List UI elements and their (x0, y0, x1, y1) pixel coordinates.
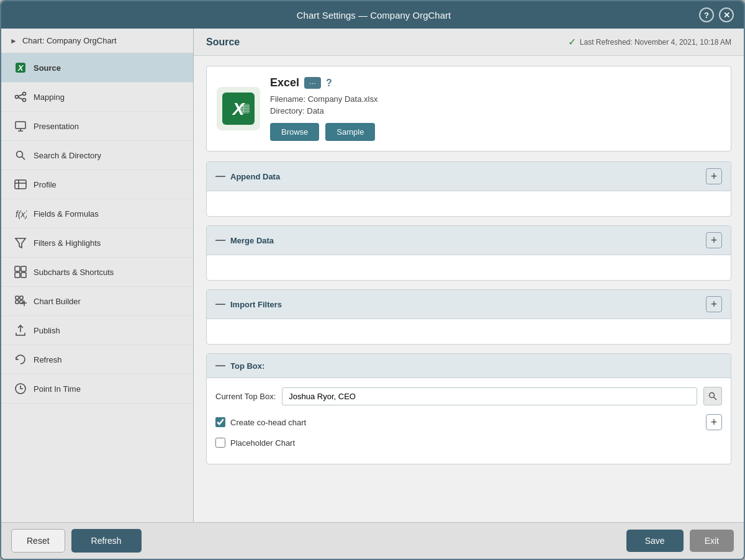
append-data-title: Append Data (230, 172, 701, 181)
current-top-box-row: Current Top Box: (215, 387, 722, 405)
close-button[interactable]: ✕ (719, 7, 734, 22)
current-top-box-label: Current Top Box: (215, 392, 276, 401)
sidebar-search-label: Search & Directory (34, 151, 101, 160)
source-filename: Filename: Company Data.xlsx (270, 94, 721, 104)
svg-text:f(x): f(x) (16, 209, 27, 219)
sidebar-item-filters-highlights[interactable]: Filters & Highlights (1, 228, 193, 258)
sidebar-item-refresh[interactable]: Refresh (1, 345, 193, 374)
create-cohead-label[interactable]: Create co-head chart (230, 418, 306, 427)
sidebar-item-mapping[interactable]: Mapping (1, 83, 193, 112)
reset-button[interactable]: Reset (11, 529, 65, 553)
bottom-right-buttons: Save Exit (626, 530, 734, 552)
source-directory: Directory: Data (270, 106, 721, 115)
exit-button[interactable]: Exit (690, 530, 734, 552)
sidebar-item-publish[interactable]: Publish (1, 316, 193, 345)
import-filters-body (207, 319, 731, 344)
sidebar-filters-label: Filters & Highlights (34, 238, 101, 248)
svg-rect-17 (15, 266, 20, 271)
svg-point-35 (710, 393, 715, 398)
profile-icon (14, 178, 27, 191)
bottom-bar: Reset Refresh Save Exit (1, 522, 744, 559)
cohead-add-button[interactable]: + (706, 414, 722, 430)
panel-title: Source (206, 37, 240, 48)
sidebar-item-chart-builder[interactable]: Chart Builder (1, 287, 193, 316)
source-name: Excel (270, 76, 299, 89)
top-box-search-button[interactable] (703, 387, 722, 405)
bottom-left-buttons: Reset Refresh (11, 529, 142, 553)
svg-rect-18 (21, 266, 26, 271)
merge-data-header: — Merge Data + (207, 226, 731, 255)
sidebar-item-point-in-time[interactable]: Point In Time (1, 374, 193, 404)
refresh-bottom-button[interactable]: Refresh (71, 529, 142, 553)
panel-header: Source ✓ Last Refreshed: November 4, 202… (194, 29, 744, 56)
append-data-body (207, 191, 731, 216)
sidebar-point-in-time-label: Point In Time (34, 384, 81, 394)
sample-button[interactable]: Sample (325, 123, 375, 141)
source-name-row: Excel ··· ? (270, 76, 721, 89)
placeholder-chart-checkbox[interactable] (215, 438, 225, 448)
import-filters-section: — Import Filters + (206, 289, 731, 345)
main-content: ► Chart: Company OrgChart X Source Mappi… (1, 29, 744, 522)
sidebar-mapping-label: Mapping (34, 93, 65, 102)
import-filters-add-button[interactable]: + (706, 296, 722, 312)
sidebar-publish-label: Publish (34, 326, 60, 335)
append-data-add-button[interactable]: + (706, 168, 722, 184)
source-more-button[interactable]: ··· (304, 77, 321, 89)
merge-data-dash: — (215, 235, 225, 246)
sidebar-item-presentation[interactable]: Presentation (1, 112, 193, 141)
help-button[interactable]: ? (699, 7, 714, 22)
title-bar: Chart Settings — Company OrgChart ? ✕ (1, 1, 744, 29)
check-icon: ✓ (568, 36, 576, 48)
import-filters-dash: — (215, 299, 225, 310)
browse-button[interactable]: Browse (270, 123, 319, 141)
svg-point-2 (16, 96, 19, 99)
chart-builder-icon (14, 294, 27, 308)
mapping-icon (14, 90, 27, 104)
excel-logo: X (222, 93, 255, 125)
chart-header-label: Chart: Company OrgChart (22, 36, 117, 45)
sidebar-builder-label: Chart Builder (34, 297, 81, 306)
formula-icon: f(x) (14, 207, 27, 220)
save-button[interactable]: Save (626, 530, 684, 552)
sidebar-source-label: Source (34, 63, 61, 73)
sidebar-item-search-directory[interactable]: Search & Directory (1, 141, 193, 170)
panel-body: X Excel ··· (194, 56, 744, 522)
svg-line-11 (22, 157, 25, 160)
svg-text:X: X (17, 63, 24, 73)
chevron-right-icon: ► (10, 37, 17, 45)
create-cohead-row: Create co-head chart + (215, 414, 722, 430)
current-top-box-input[interactable] (282, 387, 697, 405)
sidebar-item-profile[interactable]: Profile (1, 170, 193, 199)
sidebar-chart-header[interactable]: ► Chart: Company OrgChart (1, 29, 193, 53)
title-bar-controls: ? ✕ (699, 7, 734, 22)
top-box-title: Top Box: (230, 361, 722, 371)
filter-icon (14, 236, 27, 250)
create-cohead-checkbox[interactable] (215, 417, 225, 427)
merge-data-add-button[interactable]: + (706, 232, 722, 248)
right-panel: Source ✓ Last Refreshed: November 4, 202… (194, 29, 744, 522)
svg-point-4 (23, 99, 26, 102)
source-icon: X (14, 61, 27, 75)
sidebar-item-source[interactable]: X Source (1, 53, 193, 83)
last-refreshed-container: ✓ Last Refreshed: November 4, 2021, 10:1… (568, 36, 731, 48)
svg-line-5 (19, 94, 23, 96)
svg-line-6 (19, 97, 23, 99)
svg-rect-7 (16, 122, 25, 129)
time-icon (14, 382, 27, 395)
merge-data-section: — Merge Data + (206, 225, 731, 281)
sidebar-item-fields-formulas[interactable]: f(x) Fields & Formulas (1, 199, 193, 228)
svg-rect-21 (16, 296, 19, 299)
chart-settings-dialog: Chart Settings — Company OrgChart ? ✕ ► … (0, 0, 745, 560)
publish-icon (14, 323, 27, 337)
svg-rect-20 (21, 273, 26, 278)
source-help-button[interactable]: ? (326, 78, 332, 89)
placeholder-chart-label[interactable]: Placeholder Chart (230, 438, 295, 448)
subcharts-icon (14, 265, 27, 279)
svg-rect-12 (15, 180, 26, 189)
dialog-title: Chart Settings — Company OrgChart (48, 10, 699, 20)
source-card: X Excel ··· (206, 66, 731, 151)
sidebar-item-subcharts-shortcuts[interactable]: Subcharts & Shortcuts (1, 258, 193, 287)
placeholder-chart-row: Placeholder Chart (215, 438, 722, 448)
source-buttons: Browse Sample (270, 123, 721, 141)
last-refreshed-text: Last Refreshed: November 4, 2021, 10:18 … (580, 38, 731, 47)
